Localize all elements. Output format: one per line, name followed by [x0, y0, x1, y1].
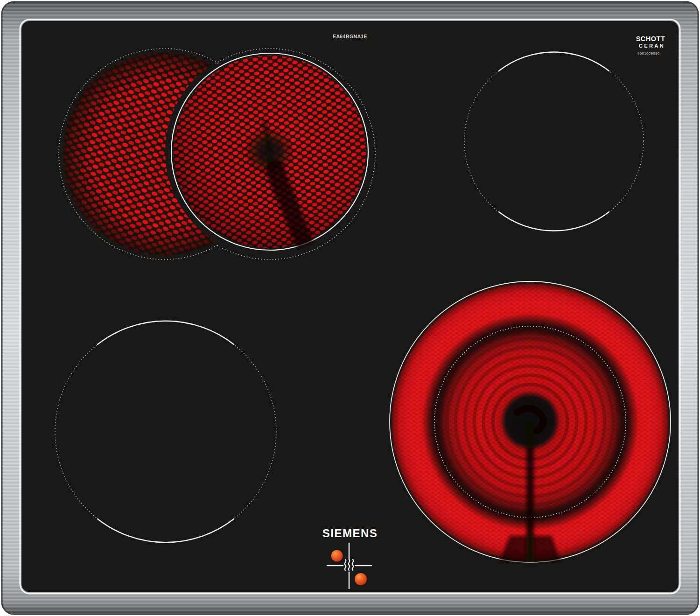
ceran-logo-text: CERAN: [639, 43, 665, 49]
product-photo-stage: EA64RGNA1E SCHOTT CERAN 9001609080 SIEME…: [0, 0, 700, 616]
zone-front-right: [390, 281, 671, 562]
schott-logo-text: SCHOTT: [636, 35, 665, 42]
glass-serial-number: 9001609080: [637, 51, 660, 56]
zone-rear-left-dual: [59, 49, 375, 259]
hot-zone-indicator-dot-left: [331, 550, 343, 562]
coil-base-shadow: [499, 536, 561, 562]
hot-zone-indicator-dot-right: [355, 573, 367, 585]
cooktop-photo: EA64RGNA1E SCHOTT CERAN 9001609080 SIEME…: [0, 0, 700, 616]
heating-element-glow-main: [174, 56, 366, 249]
siemens-logo: SIEMENS: [322, 527, 378, 539]
model-label: EA64RGNA1E: [333, 34, 367, 39]
